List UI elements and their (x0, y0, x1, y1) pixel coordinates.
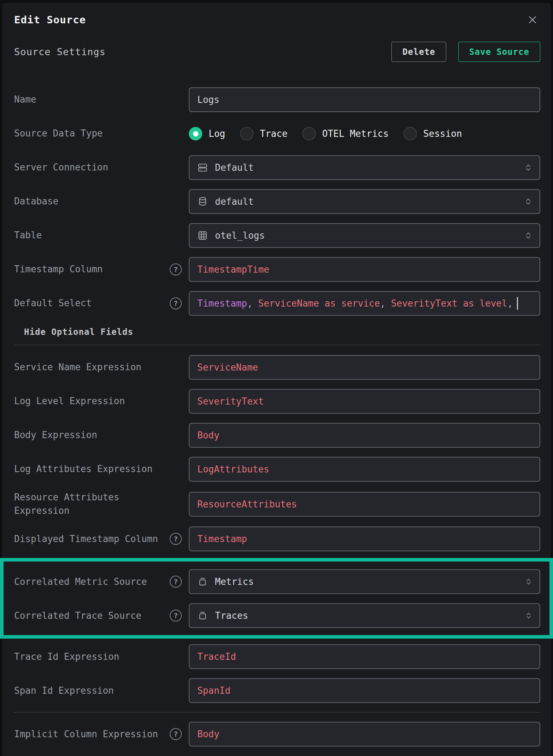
radio-session[interactable]: Session (403, 127, 462, 140)
log-attributes-expression-input[interactable]: LogAttributes (189, 457, 540, 482)
resource-attributes-expression-input[interactable]: ResourceAttributes (189, 492, 540, 517)
correlated-metric-source-select[interactable]: Metrics (189, 569, 540, 594)
edit-source-dialog: Edit Source Source Settings Delete Save … (2, 3, 551, 756)
field-row-source-data-type: Source Data Type Log Trace OTEL Metrics … (14, 121, 540, 146)
field-row-implicit-column-expression: Implicit Column Expression ? Body (14, 722, 540, 746)
help-icon[interactable]: ? (170, 297, 182, 309)
table-label: Table (14, 229, 42, 242)
radio-unselected-icon[interactable] (240, 127, 254, 140)
field-row-database: Database default (14, 189, 540, 214)
displayed-timestamp-column-input[interactable]: Timestamp (189, 527, 540, 551)
help-icon[interactable]: ? (170, 533, 182, 545)
archive-box-icon (197, 576, 208, 587)
chevron-updown-icon (525, 612, 532, 620)
section-title: Source Settings (14, 46, 106, 57)
log-attributes-expression-label: Log Attributes Expression (14, 463, 152, 476)
radio-unselected-icon[interactable] (302, 127, 316, 140)
field-row-displayed-timestamp-column: Displayed Timestamp Column ? Timestamp (14, 527, 540, 551)
source-data-type-label: Source Data Type (14, 127, 103, 140)
timestamp-column-label: Timestamp Column (14, 263, 103, 276)
field-row-correlated-trace-source: Correlated Trace Source ? Traces (14, 603, 540, 628)
table-select[interactable]: otel_logs (189, 223, 540, 248)
field-row-service-name-expression: Service Name Expression ServiceName (14, 355, 540, 380)
help-icon[interactable]: ? (170, 263, 182, 275)
chevron-updown-icon (524, 231, 532, 240)
log-level-expression-label: Log Level Expression (14, 395, 125, 408)
chevron-updown-icon (525, 578, 532, 586)
chevron-updown-icon (524, 163, 532, 172)
radio-selected-icon[interactable] (189, 127, 202, 140)
resource-attributes-expression-label: Resource Attributes Expression (14, 491, 134, 517)
radio-trace[interactable]: Trace (240, 127, 287, 140)
section-divider (14, 712, 540, 713)
field-row-log-attributes-expression: Log Attributes Expression LogAttributes (14, 457, 540, 482)
server-connection-select[interactable]: Default (189, 155, 540, 180)
radio-log[interactable]: Log (189, 127, 225, 140)
displayed-timestamp-column-label: Displayed Timestamp Column (14, 533, 158, 546)
field-row-server-connection: Server Connection Default (14, 155, 540, 180)
log-level-expression-input[interactable]: SeverityText (189, 389, 540, 414)
highlight-annotation-box: Correlated Metric Source ? Metrics (0, 558, 553, 639)
save-source-button[interactable]: Save Source (458, 42, 540, 62)
server-icon (197, 162, 208, 173)
timestamp-column-input[interactable]: TimestampTime (189, 257, 540, 282)
hide-optional-fields-toggle[interactable]: Hide Optional Fields (24, 327, 133, 337)
field-row-span-id-expression: Span Id Expression SpanId (14, 678, 540, 703)
close-icon[interactable] (525, 12, 540, 28)
field-row-correlated-metric-source: Correlated Metric Source ? Metrics (14, 569, 540, 594)
section-divider (14, 345, 540, 345)
source-data-type-radio-group: Log Trace OTEL Metrics Session (189, 127, 540, 140)
field-row-name: Name Logs (14, 87, 540, 112)
field-row-timestamp-column: Timestamp Column ? TimestampTime (14, 257, 540, 282)
correlated-metric-source-label: Correlated Metric Source (14, 575, 147, 589)
correlated-trace-source-label: Correlated Trace Source (14, 609, 141, 623)
correlated-metric-source-value: Metrics (215, 576, 254, 587)
field-row-body-expression: Body Expression Body (14, 423, 540, 448)
database-value: default (215, 196, 254, 207)
trace-id-expression-label: Trace Id Expression (14, 650, 119, 664)
archive-box-icon (197, 610, 208, 621)
help-icon[interactable]: ? (170, 728, 182, 740)
database-icon (197, 196, 208, 207)
table-icon (197, 230, 208, 241)
radio-otel-metrics[interactable]: OTEL Metrics (302, 127, 389, 140)
correlated-trace-source-select[interactable]: Traces (189, 603, 540, 628)
span-id-expression-input[interactable]: SpanId (189, 678, 540, 703)
database-label: Database (14, 195, 58, 208)
text-cursor (517, 297, 518, 310)
help-icon[interactable]: ? (170, 576, 182, 588)
name-input[interactable]: Logs (189, 87, 540, 112)
field-row-resource-attributes-expression: Resource Attributes Expression ResourceA… (14, 491, 540, 517)
name-label: Name (14, 93, 36, 106)
default-select-input[interactable]: Timestamp, ServiceName as service, Sever… (189, 291, 540, 316)
correlated-trace-source-value: Traces (215, 610, 248, 621)
service-name-expression-input[interactable]: ServiceName (189, 355, 540, 380)
service-name-expression-label: Service Name Expression (14, 361, 141, 374)
span-id-expression-label: Span Id Expression (14, 684, 114, 698)
delete-button[interactable]: Delete (391, 42, 446, 62)
server-connection-label: Server Connection (14, 161, 108, 174)
table-value: otel_logs (215, 230, 265, 241)
implicit-column-expression-input[interactable]: Body (189, 722, 540, 746)
server-connection-value: Default (215, 162, 254, 173)
field-row-table: Table otel_logs (14, 223, 540, 248)
dialog-title: Edit Source (14, 14, 86, 26)
body-expression-label: Body Expression (14, 429, 97, 442)
chevron-updown-icon (524, 197, 532, 206)
trace-id-expression-input[interactable]: TraceId (189, 644, 540, 669)
help-icon[interactable]: ? (170, 610, 182, 622)
field-row-default-select: Default Select ? Timestamp, ServiceName … (14, 291, 540, 316)
body-expression-input[interactable]: Body (189, 423, 540, 448)
implicit-column-expression-label: Implicit Column Expression (14, 728, 158, 741)
field-row-log-level-expression: Log Level Expression SeverityText (14, 389, 540, 414)
database-select[interactable]: default (189, 189, 540, 214)
field-row-trace-id-expression: Trace Id Expression TraceId (14, 644, 540, 669)
default-select-label: Default Select (14, 297, 92, 310)
radio-unselected-icon[interactable] (403, 127, 417, 140)
